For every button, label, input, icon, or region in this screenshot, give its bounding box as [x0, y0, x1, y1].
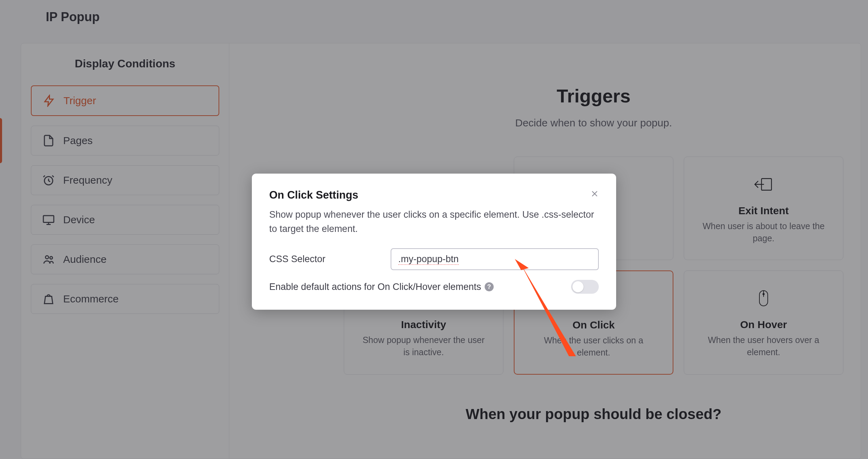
help-icon[interactable]: ?: [485, 282, 494, 291]
close-icon[interactable]: [590, 189, 599, 199]
modal-description: Show popup whenever the user clicks on a…: [269, 208, 599, 236]
css-selector-label: CSS Selector: [269, 254, 391, 265]
default-actions-label: Enable default actions for On Click/Hove…: [269, 282, 494, 292]
modal-title: On Click Settings: [269, 189, 599, 201]
css-selector-input[interactable]: .my-popup-btn: [391, 248, 599, 270]
toggle-knob: [572, 281, 584, 292]
default-actions-row: Enable default actions for On Click/Hove…: [269, 280, 599, 294]
default-actions-toggle[interactable]: [571, 280, 599, 294]
css-selector-row: CSS Selector .my-popup-btn: [269, 248, 599, 270]
modal-overlay[interactable]: On Click Settings Show popup whenever th…: [0, 0, 868, 459]
modal-on-click-settings: On Click Settings Show popup whenever th…: [252, 174, 616, 310]
